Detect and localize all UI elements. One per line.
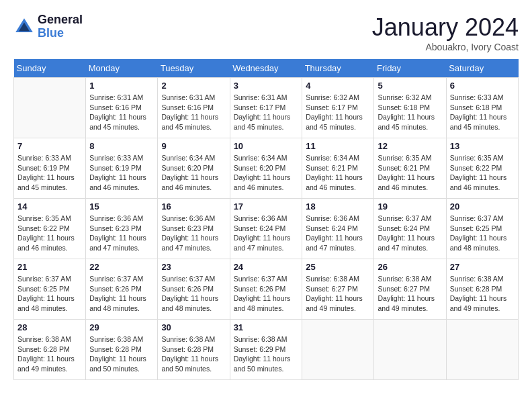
day-cell: 8 Sunrise: 6:33 AM Sunset: 6:19 PM Dayli…: [86, 138, 158, 199]
logo-line2: Blue: [38, 27, 83, 40]
header-monday: Monday: [86, 59, 158, 78]
day-number: 7: [17, 141, 82, 151]
day-number: 19: [378, 201, 442, 212]
day-info: Sunrise: 6:36 AM Sunset: 6:23 PM Dayligh…: [89, 214, 154, 253]
day-cell: 26 Sunrise: 6:38 AM Sunset: 6:27 PM Dayl…: [374, 259, 446, 320]
day-number: 20: [450, 201, 515, 212]
week-row-0: 1 Sunrise: 6:31 AM Sunset: 6:16 PM Dayli…: [14, 78, 519, 138]
month-title: January 2024: [372, 13, 519, 42]
day-number: 21: [17, 262, 82, 272]
day-cell: 24 Sunrise: 6:37 AM Sunset: 6:26 PM Dayl…: [230, 259, 302, 320]
day-info: Sunrise: 6:34 AM Sunset: 6:21 PM Dayligh…: [306, 153, 370, 193]
day-info: Sunrise: 6:36 AM Sunset: 6:24 PM Dayligh…: [306, 214, 370, 253]
day-cell: 12 Sunrise: 6:35 AM Sunset: 6:21 PM Dayl…: [374, 138, 446, 199]
day-cell: 6 Sunrise: 6:33 AM Sunset: 6:18 PM Dayli…: [446, 78, 518, 138]
day-info: Sunrise: 6:37 AM Sunset: 6:25 PM Dayligh…: [450, 214, 515, 253]
day-info: Sunrise: 6:33 AM Sunset: 6:18 PM Dayligh…: [450, 93, 515, 132]
day-cell: 3 Sunrise: 6:31 AM Sunset: 6:17 PM Dayli…: [230, 78, 302, 138]
day-info: Sunrise: 6:35 AM Sunset: 6:21 PM Dayligh…: [378, 153, 442, 193]
day-cell: [14, 78, 86, 138]
day-cell: 31 Sunrise: 6:38 AM Sunset: 6:29 PM Dayl…: [230, 320, 302, 380]
day-info: Sunrise: 6:38 AM Sunset: 6:28 PM Dayligh…: [450, 274, 515, 314]
day-number: 23: [161, 262, 226, 272]
header-wednesday: Wednesday: [230, 59, 302, 78]
day-number: 14: [17, 201, 82, 212]
day-number: 25: [306, 262, 370, 272]
header-row: Sunday Monday Tuesday Wednesday Thursday…: [14, 59, 519, 78]
week-row-1: 7 Sunrise: 6:33 AM Sunset: 6:19 PM Dayli…: [14, 138, 519, 199]
day-cell: 4 Sunrise: 6:32 AM Sunset: 6:17 PM Dayli…: [302, 78, 374, 138]
day-info: Sunrise: 6:31 AM Sunset: 6:16 PM Dayligh…: [161, 93, 226, 132]
day-cell: 19 Sunrise: 6:37 AM Sunset: 6:24 PM Dayl…: [374, 199, 446, 259]
header-friday: Friday: [374, 59, 446, 78]
day-info: Sunrise: 6:37 AM Sunset: 6:25 PM Dayligh…: [17, 274, 82, 314]
day-info: Sunrise: 6:37 AM Sunset: 6:26 PM Dayligh…: [234, 274, 299, 314]
day-number: 31: [234, 322, 299, 332]
day-info: Sunrise: 6:35 AM Sunset: 6:22 PM Dayligh…: [450, 153, 515, 193]
title-block: January 2024 Abouakro, Ivory Coast: [372, 13, 519, 52]
week-row-4: 28 Sunrise: 6:38 AM Sunset: 6:28 PM Dayl…: [14, 320, 519, 380]
logo-icon: [13, 16, 35, 38]
page-header: General Blue January 2024 Abouakro, Ivor…: [13, 13, 519, 52]
day-cell: 5 Sunrise: 6:32 AM Sunset: 6:18 PM Dayli…: [374, 78, 446, 138]
day-cell: 1 Sunrise: 6:31 AM Sunset: 6:16 PM Dayli…: [86, 78, 158, 138]
day-cell: [446, 320, 518, 380]
day-number: 16: [161, 201, 226, 212]
day-info: Sunrise: 6:38 AM Sunset: 6:27 PM Dayligh…: [378, 274, 442, 314]
day-cell: 21 Sunrise: 6:37 AM Sunset: 6:25 PM Dayl…: [14, 259, 86, 320]
day-number: 15: [89, 201, 154, 212]
day-cell: 15 Sunrise: 6:36 AM Sunset: 6:23 PM Dayl…: [86, 199, 158, 259]
day-cell: 9 Sunrise: 6:34 AM Sunset: 6:20 PM Dayli…: [158, 138, 230, 199]
day-cell: 7 Sunrise: 6:33 AM Sunset: 6:19 PM Dayli…: [14, 138, 86, 199]
day-info: Sunrise: 6:38 AM Sunset: 6:28 PM Dayligh…: [161, 334, 226, 374]
day-number: 12: [378, 141, 442, 151]
header-sunday: Sunday: [14, 59, 86, 78]
day-info: Sunrise: 6:36 AM Sunset: 6:23 PM Dayligh…: [161, 214, 226, 253]
day-number: 17: [234, 201, 299, 212]
day-cell: 28 Sunrise: 6:38 AM Sunset: 6:28 PM Dayl…: [14, 320, 86, 380]
day-info: Sunrise: 6:35 AM Sunset: 6:22 PM Dayligh…: [17, 214, 82, 253]
day-cell: 10 Sunrise: 6:34 AM Sunset: 6:20 PM Dayl…: [230, 138, 302, 199]
header-saturday: Saturday: [446, 59, 518, 78]
day-number: 9: [161, 141, 226, 151]
day-number: 5: [378, 81, 442, 91]
day-cell: 29 Sunrise: 6:38 AM Sunset: 6:28 PM Dayl…: [86, 320, 158, 380]
day-number: 10: [234, 141, 299, 151]
day-info: Sunrise: 6:37 AM Sunset: 6:24 PM Dayligh…: [378, 214, 442, 253]
day-cell: 23 Sunrise: 6:37 AM Sunset: 6:26 PM Dayl…: [158, 259, 230, 320]
day-info: Sunrise: 6:38 AM Sunset: 6:27 PM Dayligh…: [306, 274, 370, 314]
day-number: 26: [378, 262, 442, 272]
calendar-header: Sunday Monday Tuesday Wednesday Thursday…: [14, 59, 519, 78]
week-row-3: 21 Sunrise: 6:37 AM Sunset: 6:25 PM Dayl…: [14, 259, 519, 320]
calendar-body: 1 Sunrise: 6:31 AM Sunset: 6:16 PM Dayli…: [14, 78, 519, 380]
day-number: 27: [450, 262, 515, 272]
day-number: 13: [450, 141, 515, 151]
day-info: Sunrise: 6:33 AM Sunset: 6:19 PM Dayligh…: [17, 153, 82, 193]
day-number: 4: [306, 81, 370, 91]
day-info: Sunrise: 6:38 AM Sunset: 6:29 PM Dayligh…: [234, 334, 299, 374]
day-number: 24: [234, 262, 299, 272]
logo: General Blue: [13, 13, 83, 40]
day-info: Sunrise: 6:38 AM Sunset: 6:28 PM Dayligh…: [17, 334, 82, 374]
day-number: 2: [161, 81, 226, 91]
day-info: Sunrise: 6:32 AM Sunset: 6:18 PM Dayligh…: [378, 93, 442, 132]
day-info: Sunrise: 6:32 AM Sunset: 6:17 PM Dayligh…: [306, 93, 370, 132]
day-number: 3: [234, 81, 299, 91]
logo-line1: General: [38, 13, 83, 27]
day-info: Sunrise: 6:31 AM Sunset: 6:16 PM Dayligh…: [89, 93, 154, 132]
day-number: 6: [450, 81, 515, 91]
header-tuesday: Tuesday: [158, 59, 230, 78]
day-number: 8: [89, 141, 154, 151]
day-cell: 27 Sunrise: 6:38 AM Sunset: 6:28 PM Dayl…: [446, 259, 518, 320]
day-info: Sunrise: 6:38 AM Sunset: 6:28 PM Dayligh…: [89, 334, 154, 374]
day-cell: [374, 320, 446, 380]
day-info: Sunrise: 6:33 AM Sunset: 6:19 PM Dayligh…: [89, 153, 154, 193]
day-cell: 14 Sunrise: 6:35 AM Sunset: 6:22 PM Dayl…: [14, 199, 86, 259]
day-cell: 20 Sunrise: 6:37 AM Sunset: 6:25 PM Dayl…: [446, 199, 518, 259]
day-info: Sunrise: 6:31 AM Sunset: 6:17 PM Dayligh…: [234, 93, 299, 132]
day-cell: 18 Sunrise: 6:36 AM Sunset: 6:24 PM Dayl…: [302, 199, 374, 259]
day-cell: [302, 320, 374, 380]
day-number: 11: [306, 141, 370, 151]
day-number: 1: [89, 81, 154, 91]
calendar-table: Sunday Monday Tuesday Wednesday Thursday…: [13, 59, 519, 380]
